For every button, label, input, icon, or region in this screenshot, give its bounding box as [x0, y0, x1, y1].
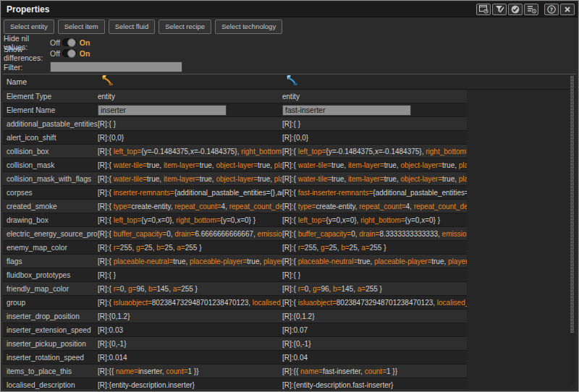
select-fluid-button[interactable]: Select fluid: [109, 20, 155, 34]
titlebar[interactable]: Properties ?: [1, 1, 578, 17]
vertical-scrollbar[interactable]: [570, 76, 574, 383]
property-value-col1[interactable]: [R]:{ water-tile=true, item-layer=true, …: [98, 175, 282, 183]
filter-input[interactable]: [50, 61, 182, 72]
value-text-token: 255,: [120, 244, 136, 252]
property-value-col2[interactable]: [R]:{ r=0, g=96, b=145, a=255 }: [282, 285, 467, 293]
property-value-col2[interactable]: [R]:0.07: [282, 326, 467, 334]
close-button[interactable]: [560, 4, 575, 15]
property-value-col1[interactable]: [R]:{0,1.2}: [98, 312, 282, 320]
value-text-token: {y=-0.1484375,x=-0.1484375},: [141, 148, 241, 155]
table-row: collision_mask[R]:{ water-tile=true, ite…: [3, 158, 467, 172]
value-key-token: right_bottom=: [360, 216, 405, 224]
property-value-col1[interactable]: [R]:0.014: [98, 354, 282, 362]
value-text-token: true,: [384, 175, 401, 183]
scrollbar-thumb[interactable]: [570, 76, 574, 333]
property-value-col2[interactable]: [R]:{ water-tile=true, item-layer=true, …: [282, 161, 467, 169]
property-value-col1[interactable]: [R]:{ r=255, g=25, b=25, a=255 }: [98, 244, 282, 252]
value-text-token: true,: [442, 161, 459, 169]
property-value-col2[interactable]: [R]:{0,1.2}: [282, 312, 467, 320]
value-key-token: left_top=: [114, 216, 142, 224]
property-name: Element Type: [3, 93, 98, 101]
value-text-token: {y=0,x=0} }: [405, 216, 440, 224]
property-value-col1[interactable]: [R]:{ left_top={y=-0.1484375,x=-0.148437…: [98, 148, 282, 155]
property-value-col1[interactable]: [R]:{0,0}: [98, 134, 282, 142]
value-text-token: [R]:{0,1.2}: [282, 312, 314, 320]
question-icon: ?: [547, 5, 556, 14]
property-value-col1[interactable]: [R]:{ buffer_capacity=0, drain=6.6666666…: [98, 230, 282, 238]
toggle-knob: [67, 49, 76, 58]
value-text-token: 255 }: [370, 244, 386, 252]
select-recipe-button[interactable]: Select recipe: [159, 20, 211, 34]
property-name: localised_description: [3, 381, 98, 389]
property-value-col2[interactable]: [R]:{ r=255, g=25, b=25, a=255 }: [282, 244, 467, 252]
element-name-input-col1[interactable]: [98, 105, 227, 116]
property-name: flags: [3, 257, 98, 265]
help-button[interactable]: ?: [544, 4, 559, 15]
value-text-token: 255,: [305, 244, 321, 252]
property-value-col2[interactable]: [R]:{0,-1}: [282, 340, 467, 348]
property-value-col1[interactable]: [R]:{ type=create-entity, repeat_count=4…: [98, 203, 282, 210]
property-value-col2[interactable]: [R]:{ fast-inserter-remnants={additional…: [282, 189, 467, 197]
show-differences-toggle[interactable]: [62, 49, 77, 57]
table-row: flags[R]:{ placeable-neutral=true, place…: [3, 255, 467, 268]
element-name-input-col2[interactable]: [282, 105, 411, 116]
property-name: group: [3, 299, 98, 307]
value-text-token: [R]:{: [282, 285, 298, 293]
value-text-token: 4,: [406, 203, 414, 210]
list-settings-button[interactable]: [524, 4, 538, 15]
select-item-button[interactable]: Select item: [58, 20, 105, 34]
confirm-button[interactable]: [508, 4, 523, 15]
property-value-col1[interactable]: [R]:{ left_top={y=0,x=0}, right_bottom={…: [98, 216, 282, 224]
value-text-token: [R]:{0,-1}: [282, 340, 310, 348]
window-settings-button[interactable]: [476, 4, 491, 15]
value-text-token: true,: [442, 175, 459, 183]
property-value-col2[interactable]: [R]:{ }: [282, 271, 467, 279]
value-text-token: true,: [247, 257, 263, 265]
property-value-col1[interactable]: [R]:{ }: [98, 271, 282, 279]
value-key-token: right_bottom=: [241, 148, 282, 155]
property-value-col1[interactable]: [R]:{entity-description.inserter}: [98, 381, 282, 389]
value-text-token: [R]:{: [98, 148, 114, 155]
element-type-row: Element Type entity entity: [3, 90, 467, 103]
value-key-token: b=: [341, 244, 349, 252]
select-technology-button[interactable]: Select technology: [215, 20, 282, 34]
property-value-col1[interactable]: [R]:{ water-tile=true, item-layer=true, …: [98, 161, 282, 169]
property-value-col2[interactable]: [R]:{ placeable-neutral=true, placeable-…: [282, 257, 467, 265]
property-value-col2[interactable]: [R]:{ left_top={y=-0.1484375,x=-0.148437…: [282, 148, 467, 155]
filter-edit-button[interactable]: [492, 4, 507, 15]
value-key-token: placeable-player=: [374, 257, 431, 265]
property-value-col1[interactable]: [R]:0.03: [98, 326, 282, 334]
property-value-col2[interactable]: [R]:{0,0}: [282, 134, 467, 142]
property-value-col1[interactable]: [R]:{ placeable-neutral=true, placeable-…: [98, 257, 282, 265]
property-value-col2[interactable]: [R]:{ isluaobject=8023847329487012384701…: [282, 299, 467, 307]
property-value-col2[interactable]: [R]:{ water-tile=true, item-layer=true, …: [282, 175, 467, 183]
property-name: collision_box: [3, 148, 98, 155]
value-key-token: r=: [298, 244, 305, 252]
value-key-token: a=: [358, 285, 365, 293]
property-value-col2[interactable]: [R]:{{ name=fast-inserter, count=1 }}: [282, 367, 467, 375]
value-text-token: [R]:{ }: [282, 271, 300, 279]
property-value-col2[interactable]: [R]:{ buffer_capacity=0, drain=8.3333333…: [282, 230, 467, 238]
property-value-col1[interactable]: [R]:{ isluaobject=8023847329487012384701…: [98, 299, 282, 307]
property-value-col2[interactable]: [R]:0.04: [282, 354, 467, 362]
property-name: fluidbox_prototypes: [3, 271, 98, 279]
property-name: electric_energy_source_prototype: [3, 230, 98, 238]
property-value-col2[interactable]: [R]:{ left_top={y=0,x=0}, right_bottom={…: [282, 216, 467, 224]
hide-nil-toggle[interactable]: [62, 38, 77, 46]
property-value-col1[interactable]: [R]:{ }: [98, 120, 282, 128]
value-key-token: count=: [365, 367, 386, 375]
property-value-col1[interactable]: [R]:{ r=0, g=96, b=145, a=255 }: [98, 285, 282, 293]
property-value-col1[interactable]: [R]:{{ name=inserter, count=1 }}: [98, 367, 282, 375]
select-entity-button[interactable]: Select entity: [4, 20, 54, 34]
value-key-token: left_top=: [114, 148, 142, 155]
value-text-token: [R]:{: [282, 189, 298, 197]
property-value-col1[interactable]: [R]:{0,-1}: [98, 340, 282, 348]
property-value-col2[interactable]: [R]:{ type=create-entity, repeat_count=4…: [282, 203, 467, 210]
property-value-col1[interactable]: [R]:{ inserter-remnants={additional_past…: [98, 189, 282, 197]
table-row: items_to_place_this[R]:{{ name=inserter,…: [3, 365, 467, 378]
property-value-col2[interactable]: [R]:{entity-description.fast-inserter}: [282, 381, 467, 389]
table-row: group[R]:{ isluaobject=80238473294870123…: [3, 296, 467, 310]
property-value-col2[interactable]: [R]:{ }: [282, 120, 467, 128]
value-text-token: [R]:{0,0}: [98, 134, 124, 142]
titlebar-buttons: ?: [476, 4, 578, 15]
